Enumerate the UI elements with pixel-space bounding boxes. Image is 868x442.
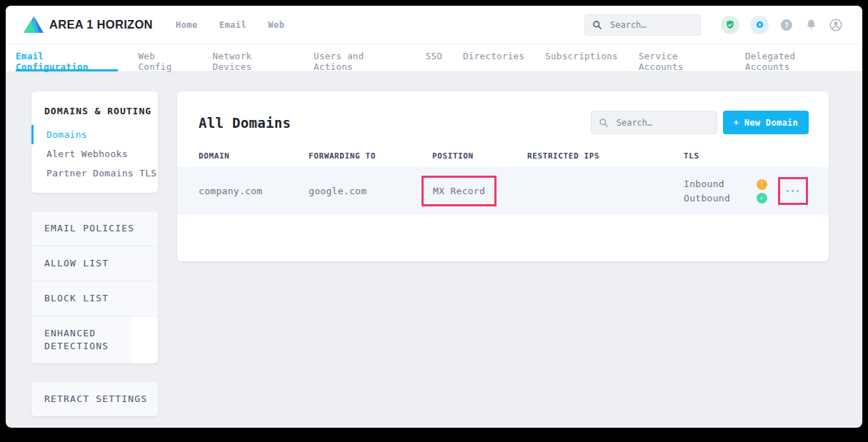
sidebar-section-retract-settings[interactable]: RETRACT SETTINGS: [31, 382, 158, 416]
table-header: DOMAIN FORWARDING TO POSITION RESTRICTED…: [177, 151, 829, 167]
tab-web-config[interactable]: Web Config: [139, 44, 192, 71]
sidebar-section-email-policies[interactable]: EMAIL POLICIES: [31, 211, 158, 246]
search-icon: [592, 20, 602, 30]
page-title: All Domains: [199, 115, 291, 131]
sidebar-policies-card: EMAIL POLICIES ALLOW LIST BLOCK LIST ENH…: [31, 211, 158, 363]
col-restricted-ips: RESTRICTED IPS: [527, 151, 684, 161]
check-status-icon: ✓: [757, 193, 767, 204]
search-icon: [599, 118, 609, 128]
global-search[interactable]: [584, 14, 701, 36]
position-cell: MX Record: [432, 176, 527, 206]
sidebar-item-partner-domains-tls[interactable]: Partner Domains TLS: [31, 164, 158, 183]
logo-triangle-icon: [24, 16, 44, 33]
user-profile-icon[interactable]: [829, 18, 843, 32]
svg-text:?: ?: [784, 21, 789, 29]
tab-subscriptions[interactable]: Subscriptions: [545, 44, 618, 71]
col-forwarding-to: FORWARDING TO: [309, 151, 432, 161]
sidebar-section-enhanced-detections[interactable]: ENHANCED DETECTIONS: [31, 316, 131, 363]
tab-directories[interactable]: Directories: [463, 44, 524, 71]
forwarding-to-cell: google.com: [309, 186, 432, 196]
tab-delegated-accounts[interactable]: Delegated Accounts: [745, 44, 842, 71]
sidebar-retract-card: RETRACT SETTINGS: [31, 382, 158, 416]
sidebar-domains-routing-card: DOMAINS & ROUTING Domains Alert Webhooks…: [31, 91, 158, 193]
highlight-annotation-position: MX Record: [421, 176, 497, 206]
tls-labels: Inbound Outbound: [684, 177, 730, 205]
row-actions-button[interactable]: •••: [780, 179, 806, 203]
top-bar: AREA 1 HORIZON Home Email Web: [6, 6, 862, 44]
highlight-annotation-actions: •••: [778, 177, 808, 205]
tab-sso[interactable]: SSO: [426, 44, 442, 71]
sidebar-item-domains[interactable]: Domains: [31, 125, 158, 144]
global-search-input[interactable]: [609, 19, 690, 31]
tls-outbound-label: Outbound: [684, 191, 730, 205]
tab-network-devices[interactable]: Network Devices: [213, 44, 294, 71]
tab-email-configuration[interactable]: Email Configuration: [16, 44, 118, 71]
warning-status-icon: !: [757, 179, 767, 190]
top-nav-home[interactable]: Home: [176, 20, 198, 30]
topbar-icons: ?: [721, 16, 843, 34]
sidebar-section-allow-list[interactable]: ALLOW LIST: [31, 246, 158, 281]
logo-text: AREA 1 HORIZON: [49, 18, 153, 31]
tls-inbound-label: Inbound: [684, 177, 730, 191]
all-domains-card: All Domains + New Domain DOMAIN FORWARDI…: [177, 91, 829, 261]
top-nav-email[interactable]: Email: [219, 20, 247, 30]
col-domain: DOMAIN: [199, 151, 309, 161]
domains-search-input[interactable]: [615, 117, 697, 129]
tab-service-accounts[interactable]: Service Accounts: [639, 44, 724, 71]
tls-status-icons: ! ✓: [757, 179, 767, 204]
app-window: AREA 1 HORIZON Home Email Web: [6, 6, 862, 428]
shield-check-icon[interactable]: [721, 16, 739, 34]
tab-users-and-actions[interactable]: Users and Actions: [314, 44, 405, 71]
position-value: MX Record: [433, 186, 485, 196]
top-nav: Home Email Web: [176, 20, 285, 30]
logo[interactable]: AREA 1 HORIZON: [24, 16, 153, 33]
sidebar-section-block-list[interactable]: BLOCK LIST: [31, 281, 158, 316]
config-tabs: Email Configuration Web Config Network D…: [6, 44, 862, 72]
sidebar-item-alert-webhooks[interactable]: Alert Webhooks: [31, 144, 158, 164]
tls-cell: Inbound Outbound ! ✓ •••: [684, 177, 829, 205]
table-row: company.com google.com MX Record Inbound…: [177, 167, 829, 215]
help-icon[interactable]: ?: [779, 18, 794, 32]
new-domain-button[interactable]: + New Domain: [723, 111, 809, 134]
domain-cell: company.com: [199, 186, 309, 196]
top-nav-web[interactable]: Web: [268, 20, 284, 30]
col-tls: TLS: [684, 151, 829, 161]
notifications-bell-icon[interactable]: [804, 18, 818, 31]
domains-search[interactable]: [591, 111, 717, 134]
settings-gear-icon[interactable]: [750, 16, 769, 34]
col-position: POSITION: [432, 151, 527, 161]
all-domains-header: All Domains + New Domain: [177, 91, 829, 151]
sidebar-card-title: DOMAINS & ROUTING: [31, 106, 158, 125]
content-area: DOMAINS & ROUTING Domains Alert Webhooks…: [6, 72, 862, 428]
